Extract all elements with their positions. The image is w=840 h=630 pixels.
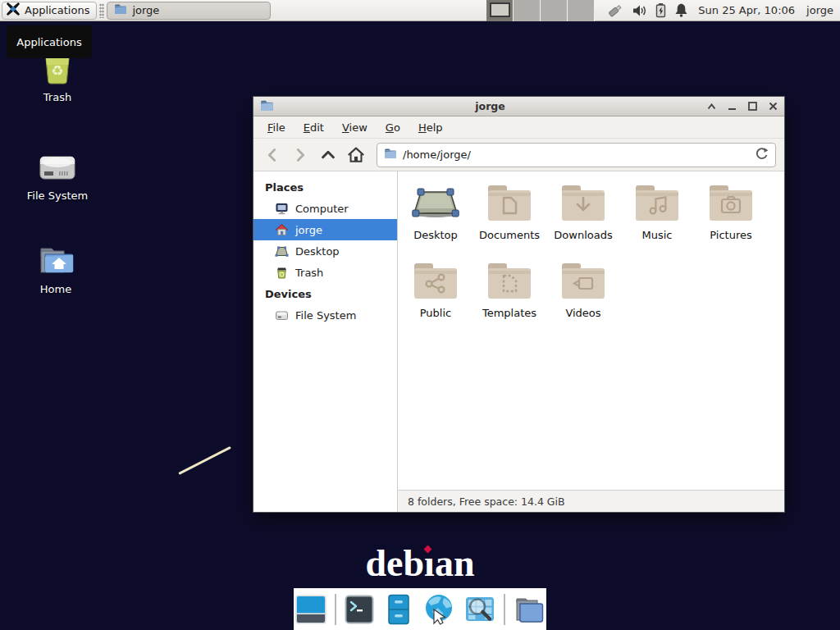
shade-button[interactable] <box>706 102 716 112</box>
menubar: File Edit View Go Help <box>253 116 784 139</box>
dock-desktop-icon[interactable] <box>294 592 328 627</box>
sidebar-item-label: Desktop <box>295 245 340 258</box>
file-label: Downloads <box>554 229 612 241</box>
menu-edit[interactable]: Edit <box>294 121 333 134</box>
sidebar-item-label: Computer <box>295 203 349 215</box>
menu-view[interactable]: View <box>333 121 377 134</box>
desktop-icon-home[interactable]: Home <box>15 239 97 295</box>
sidebar-item-label: Trash <box>295 267 323 279</box>
sidebar-item-desktop[interactable]: Desktop <box>253 240 397 262</box>
file-grid: Desktop Documents <box>398 171 784 490</box>
workspace-window-preview <box>490 2 510 17</box>
trash-small-icon <box>275 266 289 280</box>
applications-menu-button[interactable]: Applications <box>2 2 97 20</box>
file-label: Videos <box>565 307 600 319</box>
desktop-small-icon <box>275 244 289 258</box>
dock-file-manager-icon[interactable] <box>512 593 546 626</box>
removable-media-icon[interactable] <box>606 2 624 19</box>
forward-button[interactable] <box>288 144 313 167</box>
sidebar-item-computer[interactable]: Computer <box>253 198 397 219</box>
sidebar: Places Computer jorge <box>253 171 398 512</box>
taskbar-window-button[interactable]: jorge <box>107 2 271 20</box>
debian-logo-text: deb <box>366 542 425 584</box>
sidebar-item-filesystem[interactable]: File System <box>253 304 397 326</box>
up-button[interactable] <box>316 144 340 167</box>
panel-clock[interactable]: Sun 25 Apr, 10:06 <box>698 4 795 16</box>
maximize-button[interactable] <box>747 102 757 112</box>
file-manager-window: jorge File Edit View Go Help <box>253 96 785 513</box>
file-item-videos[interactable]: Videos <box>546 258 620 336</box>
desktop-icon <box>412 180 459 227</box>
path-folder-icon <box>384 148 397 162</box>
templates-folder-icon <box>486 258 532 305</box>
sidebar-item-trash[interactable]: Trash <box>253 262 397 283</box>
file-item-public[interactable]: Public <box>399 258 472 336</box>
workspace-4[interactable] <box>568 0 595 21</box>
dock-separator <box>504 594 505 625</box>
desktop-icon-filesystem[interactable]: File System <box>16 145 98 202</box>
home-folder-icon <box>15 239 97 278</box>
workspace-switcher[interactable] <box>486 0 595 21</box>
sidebar-item-jorge[interactable]: jorge <box>253 219 397 240</box>
sidebar-item-label: jorge <box>295 224 322 236</box>
desktop-icon-label: File System <box>16 189 98 202</box>
dock-web-browser-icon[interactable] <box>422 592 456 627</box>
file-item-documents[interactable]: Documents <box>472 180 546 258</box>
volume-icon[interactable] <box>632 3 647 18</box>
close-button[interactable] <box>768 102 778 112</box>
menu-file[interactable]: File <box>258 121 294 134</box>
back-button[interactable] <box>260 144 285 167</box>
file-item-templates[interactable]: Templates <box>472 258 546 336</box>
path-input[interactable]: /home/jorge/ <box>403 148 749 161</box>
file-label: Music <box>642 229 673 241</box>
dock-file-cabinet-icon[interactable] <box>382 593 415 626</box>
file-label: Public <box>420 307 451 319</box>
notifications-bell-icon[interactable] <box>674 2 688 18</box>
battery-icon[interactable] <box>655 2 667 18</box>
desktop-icon-label: Trash <box>16 91 98 103</box>
reload-icon[interactable] <box>755 147 769 163</box>
file-item-pictures[interactable]: Pictures <box>694 180 768 258</box>
statusbar: 8 folders, Free space: 14.4 GiB <box>398 490 784 512</box>
file-label: Templates <box>482 307 536 319</box>
window-titlebar-folder-icon <box>260 99 274 114</box>
minimize-button[interactable] <box>727 102 737 112</box>
window-titlebar[interactable]: jorge <box>253 97 784 116</box>
dock-app-finder-icon[interactable] <box>463 592 497 627</box>
desktop-stray-line <box>178 446 231 475</box>
dock-terminal-icon[interactable] <box>343 593 376 626</box>
file-item-music[interactable]: Music <box>620 180 694 258</box>
desktop-icon-label: Home <box>15 283 97 295</box>
debian-logo: debıan <box>0 541 840 585</box>
hard-drive-icon <box>16 145 98 185</box>
computer-icon <box>275 202 289 216</box>
workspace-3[interactable] <box>541 0 568 21</box>
menu-go[interactable]: Go <box>377 121 409 134</box>
top-panel: Applications jorge <box>0 0 840 21</box>
toolbar: /home/jorge/ <box>253 139 784 171</box>
applications-menu-label: Applications <box>25 4 89 16</box>
document-folder-icon <box>486 180 532 227</box>
videos-folder-icon <box>560 258 606 305</box>
download-folder-icon <box>560 180 606 227</box>
system-tray <box>606 2 688 19</box>
window-folder-icon <box>114 3 127 17</box>
file-label: Pictures <box>710 229 751 241</box>
taskbar-window-label: jorge <box>132 4 159 16</box>
file-item-downloads[interactable]: Downloads <box>546 180 620 258</box>
drive-small-icon <box>275 308 289 322</box>
taskbar-handle[interactable] <box>99 3 104 18</box>
applications-tooltip: Applications <box>7 25 92 58</box>
home-button[interactable] <box>344 144 368 167</box>
debian-logo-text: an <box>435 542 475 584</box>
path-bar[interactable]: /home/jorge/ <box>377 143 776 167</box>
file-label: Documents <box>479 229 540 241</box>
workspace-2[interactable] <box>514 0 541 21</box>
xfce-logo-icon <box>6 2 21 19</box>
menu-help[interactable]: Help <box>409 121 452 134</box>
window-title: jorge <box>274 100 706 112</box>
workspace-1[interactable] <box>486 0 514 21</box>
file-item-desktop[interactable]: Desktop <box>399 180 472 258</box>
file-label: Desktop <box>413 229 458 241</box>
panel-username[interactable]: jorge <box>806 4 833 16</box>
